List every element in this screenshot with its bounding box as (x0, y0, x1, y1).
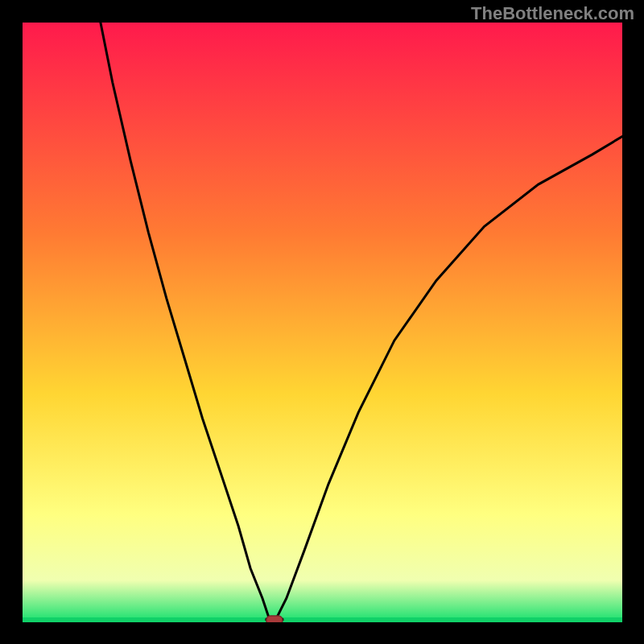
optimal-point-marker (266, 616, 283, 622)
chart-container: TheBottleneck.com (0, 0, 644, 644)
chart-plot (23, 23, 622, 622)
watermark-text: TheBottleneck.com (471, 3, 634, 24)
gradient-background (23, 23, 622, 622)
